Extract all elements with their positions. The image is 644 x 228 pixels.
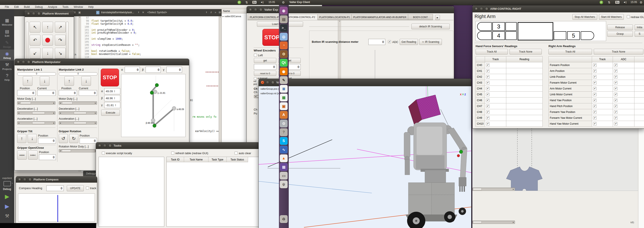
- body-canvas[interactable]: [472, 126, 638, 191]
- gripper-close-button[interactable]: ↦↤: [28, 150, 38, 160]
- track-checkbox[interactable]: ✓: [614, 99, 618, 102]
- table-row[interactable]: CH8✓: [476, 109, 542, 115]
- tab-scroll-right-button[interactable]: ▶: [435, 15, 440, 20]
- kinematics-canvas[interactable]: γ:-31.81 β:48.96 α:49.09: [121, 74, 186, 137]
- gripper-tilt-position-value[interactable]: 0: [38, 138, 56, 143]
- initialize-button[interactable]: Initia: [635, 24, 644, 30]
- link2-up-button[interactable]: ↑: [64, 76, 74, 86]
- table-row[interactable]: CH1✓: [476, 68, 542, 74]
- movement-arrow-button[interactable]: ↓: [42, 48, 53, 59]
- menu-item-window[interactable]: Window: [71, 5, 86, 8]
- run-button[interactable]: ▶: [0, 193, 14, 200]
- gripper-tilt-up-button[interactable]: ↑: [17, 134, 26, 143]
- launcher-files-icon[interactable]: ▤: [280, 15, 288, 23]
- table-row[interactable]: CH7✓: [476, 103, 542, 109]
- outline-item[interactable]: ▸ valter3DCanva: [222, 15, 241, 18]
- build-config-label[interactable]: Debug: [0, 188, 14, 191]
- movement-arrow-button[interactable]: ↘: [55, 48, 66, 59]
- launcher-gimp-icon[interactable]: ✎: [280, 76, 288, 84]
- track-checkbox[interactable]: ✓: [593, 81, 596, 85]
- link1-up-button[interactable]: ↑: [23, 76, 32, 86]
- launcher-trash-icon[interactable]: ♻: [280, 215, 288, 223]
- track-checkbox[interactable]: ✓: [486, 122, 490, 125]
- volume-icon[interactable]: ◄): [623, 1, 626, 4]
- track-checkbox[interactable]: ✓: [486, 81, 490, 85]
- grasp-button[interactable]: Grasp: [607, 31, 633, 37]
- track-checkbox[interactable]: ✓: [614, 110, 618, 114]
- track-checkbox[interactable]: ✓: [593, 110, 596, 114]
- track-checkbox[interactable]: ✓: [486, 99, 490, 102]
- table-row[interactable]: Forearm Yaw Position✓✓: [549, 109, 644, 115]
- table-row[interactable]: CH9✓: [476, 115, 542, 121]
- gamma-value[interactable]: -31.81▲▼: [104, 102, 120, 108]
- launcher-libreoffice-impress-icon[interactable]: ▣: [280, 102, 288, 110]
- maximize-icon[interactable]: ▢: [271, 81, 275, 84]
- close-icon[interactable]: ✕: [18, 178, 22, 181]
- line-number-icon[interactable]: #: [210, 11, 212, 14]
- volume-icon[interactable]: ◄): [260, 1, 264, 4]
- arm-track-all-button[interactable]: Track All: [548, 49, 592, 54]
- movement-arrow-button[interactable]: ↑: [42, 22, 53, 33]
- script-textarea[interactable]: [98, 157, 164, 227]
- link2-current-value[interactable]: 0: [79, 90, 97, 96]
- rotation-motor-duty-slider[interactable]: ◀▶: [59, 149, 97, 152]
- maximize-icon[interactable]: ▢: [259, 8, 263, 11]
- gripper-rotation-position-value[interactable]: 0: [80, 138, 97, 143]
- document-dropdown[interactable]: translateplatformtwistytask...: [101, 11, 134, 14]
- table-row[interactable]: Forearm Motor Current✓✓: [549, 80, 644, 86]
- movement-arrow-button[interactable]: ↙: [30, 48, 40, 59]
- track-checkbox[interactable]: ✓: [486, 75, 490, 79]
- build-hammer-button[interactable]: ⚒: [0, 213, 14, 219]
- track-checkbox[interactable]: ✓: [593, 75, 596, 79]
- menu-item-file[interactable]: File: [2, 5, 12, 8]
- launcher-video-editor-icon[interactable]: ▦: [280, 163, 288, 171]
- launcher-libreoffice-calc-icon[interactable]: ▦: [280, 94, 288, 102]
- sync-arrows-icon[interactable]: ⇅: [246, 1, 248, 4]
- detach-ir-scanning-button[interactable]: detach IR Scanning: [412, 24, 450, 29]
- table-row[interactable]: Limb Motor Current✓✓: [549, 92, 644, 98]
- movement-arrow-button[interactable]: ↶: [30, 35, 40, 46]
- track-checkbox[interactable]: ✓: [614, 75, 618, 79]
- link1-current-value[interactable]: 0: [37, 90, 56, 96]
- gripper-rotate-cw-button[interactable]: ↻: [69, 134, 78, 143]
- minimize-icon[interactable]: −: [32, 12, 36, 15]
- keyboard-layout-indicator[interactable]: En: [615, 1, 620, 4]
- close-icon[interactable]: ✕: [249, 8, 252, 11]
- launcher-vlc-icon[interactable]: ▲: [280, 154, 288, 162]
- table-row[interactable]: Forearm Position✓✓: [549, 62, 644, 68]
- maximize-icon[interactable]: ▢: [485, 7, 489, 11]
- launcher-libreoffice-draw-icon[interactable]: A: [280, 111, 288, 119]
- split-editor-icon[interactable]: ⊞: [219, 11, 221, 14]
- track-checkbox[interactable]: ✓: [486, 93, 490, 96]
- link2-deceleration-slider[interactable]: ◀▶: [59, 112, 97, 115]
- track-checkbox[interactable]: ✓: [614, 87, 618, 90]
- launcher-blender-icon[interactable]: ◉: [280, 68, 288, 75]
- track-checkbox[interactable]: ✓: [593, 116, 596, 120]
- minimize-icon[interactable]: −: [23, 178, 27, 181]
- table-row[interactable]: Limb Position✓✓: [549, 74, 644, 80]
- movement-arrow-button[interactable]: ↷: [55, 35, 66, 46]
- table-row[interactable]: Arm Position✓✓: [549, 68, 644, 74]
- close-icon[interactable]: ✕: [98, 144, 102, 147]
- track-checkbox[interactable]: ✓: [593, 63, 596, 67]
- left-encoder-value[interactable]: 0: [254, 64, 276, 70]
- mode-welcome[interactable]: ▦Welcome: [0, 16, 14, 27]
- link1-acceleration-slider[interactable]: ◀▶: [17, 121, 56, 125]
- track-checkbox[interactable]: ✓: [614, 63, 618, 67]
- 3d-canvas[interactable]: valterGroup.pos [x, y, x] = valterGroup.…: [259, 86, 471, 228]
- track-checkbox[interactable]: [86, 187, 89, 190]
- table-row[interactable]: CH2✓: [476, 74, 542, 80]
- get-left-encoder-button[interactable]: get: [254, 58, 276, 63]
- get-reading-button[interactable]: Get Reading: [400, 39, 418, 45]
- launcher-qt-creator-icon[interactable]: Qt: [280, 59, 288, 67]
- track-checkbox[interactable]: ✓: [593, 93, 596, 96]
- track-checkbox[interactable]: ✓: [593, 87, 596, 90]
- link2-acceleration-slider[interactable]: ◀▶: [59, 121, 97, 125]
- launcher-hard-disk-icon[interactable]: ▭: [280, 172, 288, 180]
- track-checkbox[interactable]: ✓: [486, 110, 490, 114]
- compass-heading-value[interactable]: 0: [46, 185, 64, 191]
- mode-help[interactable]: ?Help: [0, 72, 14, 83]
- ir-scanning-button[interactable]: ≋IR Scanning: [419, 39, 442, 45]
- manipulator-stop-button[interactable]: STOP: [101, 69, 119, 86]
- hand-schematic-canvas[interactable]: 3 4 5: [476, 21, 606, 41]
